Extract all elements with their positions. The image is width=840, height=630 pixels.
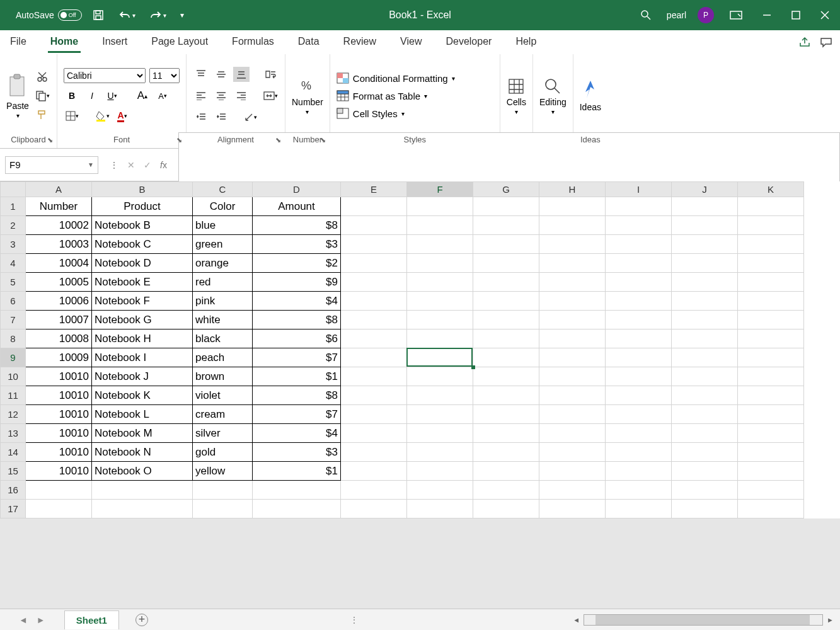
row-header-8[interactable]: 8: [1, 329, 26, 348]
align-left-icon[interactable]: [193, 88, 209, 103]
cell-A10[interactable]: 10010: [26, 367, 92, 386]
cell-C4[interactable]: orange: [193, 254, 253, 273]
col-header-E[interactable]: E: [341, 182, 407, 197]
close-icon[interactable]: [816, 8, 834, 23]
cell-E3[interactable]: [341, 235, 407, 254]
cell-C17[interactable]: [193, 500, 253, 518]
cell-I1[interactable]: [606, 197, 672, 216]
cell-D14[interactable]: $3: [253, 443, 341, 462]
cell-C6[interactable]: pink: [193, 292, 253, 311]
tab-data[interactable]: Data: [296, 32, 322, 53]
cell-G6[interactable]: [473, 292, 539, 311]
cell-C8[interactable]: black: [193, 329, 253, 348]
cell-A7[interactable]: 10007: [26, 311, 92, 329]
minimize-icon[interactable]: [758, 8, 776, 23]
cell-E16[interactable]: [341, 481, 407, 500]
cell-I7[interactable]: [606, 311, 672, 329]
cell-K13[interactable]: [738, 424, 804, 443]
cell-G15[interactable]: [473, 462, 539, 481]
cell-C12[interactable]: cream: [193, 405, 253, 424]
row-header-1[interactable]: 1: [1, 197, 26, 216]
conditional-formatting-button[interactable]: Conditional Formatting▾: [337, 72, 455, 84]
tab-home[interactable]: Home: [48, 32, 81, 53]
cell-E8[interactable]: [341, 329, 407, 348]
cell-C15[interactable]: yellow: [193, 462, 253, 481]
cell-H13[interactable]: [539, 424, 606, 443]
row-header-14[interactable]: 14: [1, 443, 26, 462]
cell-J10[interactable]: [672, 367, 738, 386]
cell-I10[interactable]: [606, 367, 672, 386]
italic-button[interactable]: I: [84, 88, 100, 103]
cell-A11[interactable]: 10010: [26, 386, 92, 405]
cell-C1[interactable]: Color: [193, 197, 253, 216]
cell-A2[interactable]: 10002: [26, 216, 92, 235]
col-header-H[interactable]: H: [539, 182, 606, 197]
cell-A8[interactable]: 10008: [26, 329, 92, 348]
cell-B11[interactable]: Notebook K: [92, 386, 193, 405]
cell-H17[interactable]: [539, 500, 606, 518]
cell-K9[interactable]: [738, 348, 804, 367]
cell-D16[interactable]: [253, 481, 341, 500]
alignment-launcher-icon[interactable]: ⬊: [275, 136, 281, 144]
cell-A6[interactable]: 10006: [26, 292, 92, 311]
cell-H3[interactable]: [539, 235, 606, 254]
cell-J4[interactable]: [672, 254, 738, 273]
cell-E4[interactable]: [341, 254, 407, 273]
autosave-toggle[interactable]: AutoSave Off: [16, 9, 82, 21]
cell-G1[interactable]: [473, 197, 539, 216]
cell-G8[interactable]: [473, 329, 539, 348]
ribbon-display-icon[interactable]: [725, 8, 747, 23]
cell-K10[interactable]: [738, 367, 804, 386]
cell-A16[interactable]: [26, 481, 92, 500]
cell-G10[interactable]: [473, 367, 539, 386]
align-right-icon[interactable]: [233, 88, 250, 103]
font-size-select[interactable]: 11: [149, 68, 180, 83]
col-header-C[interactable]: C: [193, 182, 253, 197]
cell-J13[interactable]: [672, 424, 738, 443]
cell-G14[interactable]: [473, 443, 539, 462]
cell-C9[interactable]: peach: [193, 348, 253, 367]
cell-F8[interactable]: [407, 329, 473, 348]
worksheet-grid[interactable]: ABCDEFGHIJK1NumberProductColorAmount2100…: [0, 181, 840, 518]
row-header-2[interactable]: 2: [1, 216, 26, 235]
cell-C2[interactable]: blue: [193, 216, 253, 235]
cell-I11[interactable]: [606, 386, 672, 405]
cell-D5[interactable]: $9: [253, 273, 341, 292]
col-header-J[interactable]: J: [672, 182, 738, 197]
cell-G17[interactable]: [473, 500, 539, 518]
cell-G2[interactable]: [473, 216, 539, 235]
cell-J5[interactable]: [672, 273, 738, 292]
cell-H5[interactable]: [539, 273, 606, 292]
align-center-icon[interactable]: [213, 88, 229, 103]
cell-F4[interactable]: [407, 254, 473, 273]
bold-button[interactable]: B: [64, 88, 80, 103]
cell-D13[interactable]: $4: [253, 424, 341, 443]
row-header-7[interactable]: 7: [1, 311, 26, 329]
cell-E14[interactable]: [341, 443, 407, 462]
cell-C5[interactable]: red: [193, 273, 253, 292]
decrease-indent-icon[interactable]: [193, 110, 209, 125]
cell-B17[interactable]: [92, 500, 193, 518]
cell-D17[interactable]: [253, 500, 341, 518]
cell-H2[interactable]: [539, 216, 606, 235]
cell-G7[interactable]: [473, 311, 539, 329]
cell-A3[interactable]: 10003: [26, 235, 92, 254]
cell-I17[interactable]: [606, 500, 672, 518]
cell-I12[interactable]: [606, 405, 672, 424]
cell-B4[interactable]: Notebook D: [92, 254, 193, 273]
cell-F15[interactable]: [407, 462, 473, 481]
cell-E12[interactable]: [341, 405, 407, 424]
cell-D2[interactable]: $8: [253, 216, 341, 235]
cell-I3[interactable]: [606, 235, 672, 254]
align-bottom-icon[interactable]: [233, 67, 250, 82]
number-launcher-icon[interactable]: ⬊: [320, 136, 326, 144]
cell-I8[interactable]: [606, 329, 672, 348]
cell-K14[interactable]: [738, 443, 804, 462]
comments-icon[interactable]: [820, 37, 832, 48]
cell-J11[interactable]: [672, 386, 738, 405]
grow-font-icon[interactable]: A▴: [134, 88, 151, 103]
number-format-button[interactable]: % Number ▾: [292, 77, 323, 115]
cell-F12[interactable]: [407, 405, 473, 424]
cell-J3[interactable]: [672, 235, 738, 254]
select-all-corner[interactable]: [1, 182, 26, 197]
